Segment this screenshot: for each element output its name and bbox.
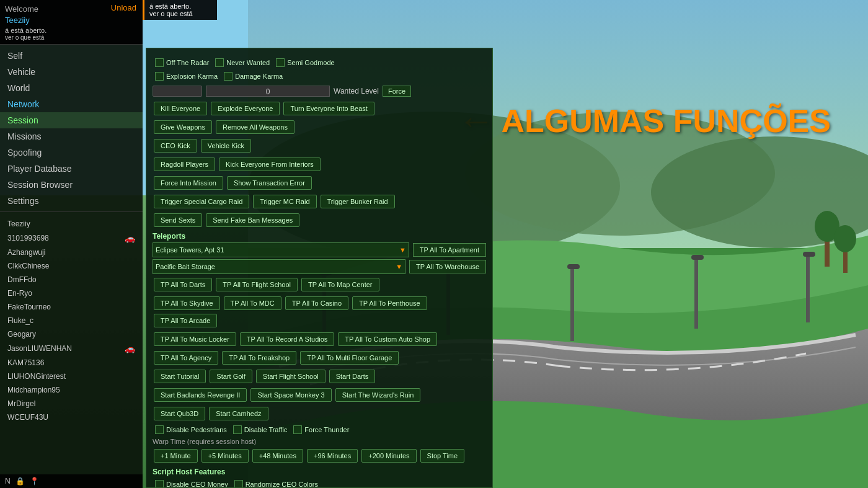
tp-skydive-button[interactable]: TP All To Skydive — [154, 296, 220, 310]
player-item[interactable]: Fluke_c — [0, 314, 143, 327]
warp-1-minute-button[interactable]: +1 Minute — [154, 449, 198, 463]
toggle-box-explosion-karma[interactable] — [155, 72, 164, 81]
nav-spoofing[interactable]: Spoofing — [0, 144, 143, 161]
tp-penthouse-button[interactable]: TP All To Penthouse — [352, 296, 427, 310]
toggle-semi-godmode[interactable]: Semi Godmode — [276, 58, 334, 67]
nav-session-browser[interactable]: Session Browser — [0, 177, 143, 193]
player-item[interactable]: ClkkChinese — [0, 259, 143, 273]
nav-missions[interactable]: Missions — [0, 128, 143, 144]
stop-time-button[interactable]: Stop Time — [420, 449, 465, 463]
start-tutorial-button[interactable]: Start Tutorial — [154, 370, 206, 383]
player-item[interactable]: KAM75136 — [0, 356, 143, 370]
start-flight-school-button[interactable]: Start Flight School — [256, 370, 326, 383]
player-item[interactable]: En-Ryo — [0, 286, 143, 300]
tp-freakshop-button[interactable]: TP All To Freakshop — [222, 351, 296, 365]
tp-record-studios-button[interactable]: TP All To Record A Studios — [240, 332, 334, 346]
start-golf-button[interactable]: Start Golf — [210, 370, 252, 383]
toggle-off-radar[interactable]: Off The Radar — [155, 58, 209, 67]
tp-darts-button[interactable]: TP All To Darts — [154, 278, 212, 291]
unload-button[interactable]: Unload — [111, 3, 136, 12]
player-item[interactable]: WCEUF43U — [0, 410, 143, 424]
trigger-bunker-raid-button[interactable]: Trigger Bunker Raid — [321, 195, 395, 208]
nav-session[interactable]: Session — [0, 112, 143, 128]
bottom-icon-n: N — [5, 477, 11, 486]
force-button[interactable]: Force — [383, 86, 411, 97]
player-item[interactable]: Midchampion95 — [0, 383, 143, 397]
nav-settings[interactable]: Settings — [0, 193, 143, 209]
warp-200-minutes-button[interactable]: +200 Minutes — [361, 449, 416, 463]
nav-vehicle[interactable]: Vehicle — [0, 64, 143, 80]
player-item[interactable]: JasonLIUWENHAN 🚗 — [0, 341, 143, 356]
tp-mdc-button[interactable]: TP All To MDC — [224, 296, 281, 310]
nav-world[interactable]: World — [0, 80, 143, 96]
player-item[interactable]: Teeziiy — [0, 217, 143, 231]
player-item[interactable]: LIUHONGinterest — [0, 370, 143, 383]
warp-48-minutes-button[interactable]: +48 Minutes — [252, 449, 303, 463]
start-camhedz-button[interactable]: Start Camhedz — [209, 407, 268, 420]
toggle-box-force-thunder[interactable] — [293, 425, 302, 434]
trigger-mc-raid-button[interactable]: Trigger MC Raid — [253, 195, 316, 208]
nav-network[interactable]: Network — [0, 96, 143, 112]
vehicle-kick-button[interactable]: Vehicle Kick — [201, 139, 251, 153]
tp-flight-school-button[interactable]: TP All To Flight School — [216, 278, 298, 291]
tp-arcade-button[interactable]: TP All To Arcade — [154, 314, 217, 327]
tp-casino-button[interactable]: TP All To Casino — [285, 296, 348, 310]
toggle-box-disable-ceo-money[interactable] — [155, 480, 164, 488]
remove-all-weapons-button[interactable]: Remove All Weapons — [216, 120, 294, 134]
toggle-never-wanted[interactable]: Never Wanted — [215, 58, 270, 67]
toggle-disable-ceo-money[interactable]: Disable CEO Money — [155, 480, 228, 488]
toggle-box-never-wanted[interactable] — [215, 58, 224, 67]
force-into-mission-button[interactable]: Force Into Mission — [154, 176, 223, 190]
send-sexts-button[interactable]: Send Sexts — [154, 213, 202, 227]
warp-96-minutes-button[interactable]: +96 Minutes — [307, 449, 358, 463]
player-item[interactable]: 3101993698 🚗 — [0, 231, 143, 246]
start-badlands-button[interactable]: Start Badlands Revenge II — [154, 388, 247, 402]
tp-multi-floor-garage-button[interactable]: TP All To Multi Floor Garage — [300, 351, 399, 365]
nav-self[interactable]: Self — [0, 48, 143, 64]
toggle-box-disable-traffic[interactable] — [233, 425, 242, 434]
kill-everyone-button[interactable]: Kill Everyone — [154, 102, 207, 115]
player-item[interactable]: Geogary — [0, 327, 143, 341]
start-qub3d-button[interactable]: Start Qub3D — [154, 407, 205, 420]
warp-5-minutes-button[interactable]: +5 Minutes — [202, 449, 249, 463]
tp-music-locker-button[interactable]: TP All To Music Locker — [154, 332, 236, 346]
send-fake-ban-messages-button[interactable]: Send Fake Ban Messages — [206, 213, 299, 227]
player-item[interactable]: DmFFdo — [0, 273, 143, 286]
start-space-monkey-button[interactable]: Start Space Monkey 3 — [250, 388, 331, 402]
toggle-box-semi-godmode[interactable] — [276, 58, 285, 67]
trigger-special-cargo-raid-button[interactable]: Trigger Special Cargo Raid — [154, 195, 249, 208]
toggle-randomize-ceo-colors[interactable]: Randomize CEO Colors — [234, 480, 318, 488]
toggle-box-randomize-ceo-colors[interactable] — [234, 480, 243, 488]
turn-everyone-beast-button[interactable]: Turn Everyone Into Beast — [283, 102, 374, 115]
warehouse-dropdown[interactable]: Pacific Bait Storage ▼ — [153, 259, 405, 274]
toggle-disable-pedestrians[interactable]: Disable Pedestrians — [155, 425, 227, 434]
toggle-damage-karma[interactable]: Damage Karma — [224, 72, 283, 81]
nav-menu: Self Vehicle World Network Session Missi… — [0, 45, 143, 209]
toggle-force-thunder[interactable]: Force Thunder — [293, 425, 349, 434]
start-button-row-1: Start Tutorial Start Golf Start Flight S… — [153, 368, 486, 384]
tp-all-apartment-button[interactable]: TP All To Apartment — [413, 243, 486, 257]
player-item[interactable]: FakeTourneo — [0, 300, 143, 314]
toggle-box-off-radar[interactable] — [155, 58, 164, 67]
apartment-dropdown[interactable]: Eclipse Towers, Apt 31 ▼ — [153, 242, 409, 257]
start-darts-button[interactable]: Start Darts — [329, 370, 376, 383]
nav-player-database[interactable]: Player Database — [0, 161, 143, 177]
tp-agency-button[interactable]: TP All To Agency — [154, 351, 218, 365]
tp-map-center-button[interactable]: TP All To Map Center — [301, 278, 379, 291]
toggle-box-damage-karma[interactable] — [224, 72, 232, 81]
toggle-explosion-karma[interactable]: Explosion Karma — [155, 72, 218, 81]
start-wizards-ruin-button[interactable]: Start The Wizard's Ruin — [335, 388, 421, 402]
show-transaction-error-button[interactable]: Show Transaction Error — [227, 176, 312, 190]
ragdoll-players-button[interactable]: Ragdoll Players — [154, 157, 215, 171]
toggle-box-disable-pedestrians[interactable] — [155, 425, 164, 434]
player-item[interactable]: MrDirgel — [0, 397, 143, 410]
ceo-kick-button[interactable]: CEO Kick — [154, 139, 197, 153]
player-item[interactable]: Azhangwuji — [0, 246, 143, 259]
toggle-disable-traffic[interactable]: Disable Traffic — [233, 425, 288, 434]
kick-everyone-interiors-button[interactable]: Kick Everyone From Interiors — [219, 157, 321, 171]
explode-everyone-button[interactable]: Explode Everyone — [211, 102, 280, 115]
tp-custom-auto-shop-button[interactable]: TP All To Custom Auto Shop — [338, 332, 437, 346]
tp-all-warehouse-button[interactable]: TP All To Warehouse — [409, 260, 486, 273]
give-weapons-button[interactable]: Give Weapons — [154, 120, 212, 134]
wanted-slider[interactable] — [153, 86, 202, 97]
